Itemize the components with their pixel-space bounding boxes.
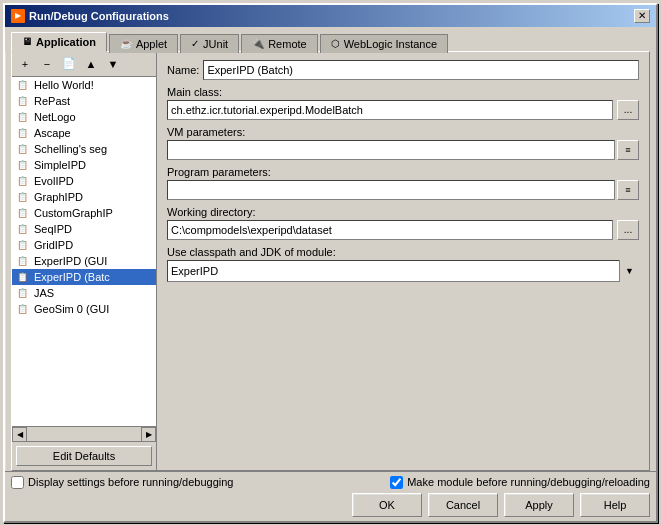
- make-module-checkbox-item: Make module before running/debugging/rel…: [390, 476, 650, 489]
- display-settings-checkbox[interactable]: [11, 476, 24, 489]
- working-dir-browse-button[interactable]: ...: [617, 220, 639, 240]
- working-dir-section: Working directory: ...: [167, 206, 639, 240]
- remove-config-button[interactable]: −: [37, 54, 57, 74]
- config-icon: 📋: [17, 208, 28, 218]
- list-item[interactable]: 📋 GeoSim 0 (GUI: [12, 301, 156, 317]
- applet-tab-icon: ☕: [120, 38, 132, 49]
- working-dir-row: ...: [167, 220, 639, 240]
- classpath-select[interactable]: ExperIPD: [167, 260, 639, 282]
- display-settings-checkbox-item: Display settings before running/debuggin…: [11, 476, 233, 489]
- program-params-browse-button[interactable]: ≡: [617, 180, 639, 200]
- tab-remote[interactable]: 🔌 Remote: [241, 34, 318, 53]
- classpath-section: Use classpath and JDK of module: ExperIP…: [167, 246, 639, 282]
- main-class-row: ...: [167, 100, 639, 120]
- program-params-row: ≡: [167, 180, 639, 200]
- config-icon: 📋: [17, 96, 28, 106]
- config-icon: 📋: [17, 192, 28, 202]
- classpath-select-wrap: ExperIPD ▼: [167, 260, 639, 282]
- main-class-input[interactable]: [167, 100, 613, 120]
- vm-params-label: VM parameters:: [167, 126, 639, 138]
- scroll-left-button[interactable]: ◀: [12, 427, 27, 442]
- config-icon: 📋: [17, 144, 28, 154]
- button-row: OK Cancel Apply Help: [11, 493, 650, 517]
- vm-params-browse-button[interactable]: ≡: [617, 140, 639, 160]
- tab-application[interactable]: 🖥 Application: [11, 32, 107, 52]
- config-icon: 📋: [17, 176, 28, 186]
- config-icon: 📋: [17, 80, 28, 90]
- junit-tab-icon: ✓: [191, 38, 199, 49]
- config-icon: 📋: [17, 112, 28, 122]
- list-item[interactable]: 📋 ExperIPD (GUI: [12, 253, 156, 269]
- sidebar-scrollbar: ◀ ▶: [12, 426, 156, 441]
- list-item[interactable]: 📋 CustomGraphIP: [12, 205, 156, 221]
- ok-button[interactable]: OK: [352, 493, 422, 517]
- cancel-button[interactable]: Cancel: [428, 493, 498, 517]
- list-item[interactable]: 📋 JAS: [12, 285, 156, 301]
- list-item-selected[interactable]: 📋 ExperIPD (Batc: [12, 269, 156, 285]
- scroll-right-button[interactable]: ▶: [141, 427, 156, 442]
- add-config-button[interactable]: +: [15, 54, 35, 74]
- window-title: Run/Debug Configurations: [29, 10, 169, 22]
- list-item[interactable]: 📋 GraphIPD: [12, 189, 156, 205]
- config-icon: 📋: [17, 224, 28, 234]
- list-item[interactable]: 📋 GridIPD: [12, 237, 156, 253]
- close-button[interactable]: ✕: [634, 9, 650, 23]
- tab-junit-label: JUnit: [203, 38, 228, 50]
- tab-applet[interactable]: ☕ Applet: [109, 34, 178, 53]
- make-module-checkbox[interactable]: [390, 476, 403, 489]
- config-icon: 📋: [17, 256, 28, 266]
- sidebar-toolbar: + − 📄 ▲ ▼: [12, 52, 156, 77]
- display-settings-label: Display settings before running/debuggin…: [28, 476, 233, 488]
- list-item[interactable]: 📋 Schelling's seg: [12, 141, 156, 157]
- tabs-bar: 🖥 Application ☕ Applet ✓ JUnit 🔌 Remote …: [5, 27, 656, 51]
- config-icon: 📋: [17, 160, 28, 170]
- program-params-input[interactable]: [167, 180, 615, 200]
- tab-junit[interactable]: ✓ JUnit: [180, 34, 239, 53]
- help-button[interactable]: Help: [580, 493, 650, 517]
- name-label: Name:: [167, 64, 199, 76]
- list-item[interactable]: 📋 SeqIPD: [12, 221, 156, 237]
- tab-weblogic[interactable]: ⬡ WebLogic Instance: [320, 34, 448, 53]
- edit-defaults-button[interactable]: Edit Defaults: [16, 446, 152, 466]
- sidebar-list: 📋 Hello World! 📋 RePast 📋 NetLogo 📋 Asca…: [12, 77, 156, 426]
- list-item[interactable]: 📋 RePast: [12, 93, 156, 109]
- vm-params-row: ≡: [167, 140, 639, 160]
- vm-params-section: VM parameters: ≡: [167, 126, 639, 160]
- config-icon: 📋: [17, 272, 28, 282]
- config-icon: 📋: [17, 304, 28, 314]
- move-down-button[interactable]: ▼: [103, 54, 123, 74]
- name-input[interactable]: [203, 60, 639, 80]
- list-item[interactable]: 📋 SimpleIPD: [12, 157, 156, 173]
- name-row: Name:: [167, 60, 639, 80]
- remote-tab-icon: 🔌: [252, 38, 264, 49]
- main-class-browse-button[interactable]: ...: [617, 100, 639, 120]
- config-icon: 📋: [17, 240, 28, 250]
- list-item[interactable]: 📋 Ascape: [12, 125, 156, 141]
- edit-defaults-area: Edit Defaults: [12, 441, 156, 470]
- program-params-section: Program parameters: ≡: [167, 166, 639, 200]
- list-item[interactable]: 📋 EvolIPD: [12, 173, 156, 189]
- list-item[interactable]: 📋 NetLogo: [12, 109, 156, 125]
- classpath-label: Use classpath and JDK of module:: [167, 246, 639, 258]
- vm-params-input[interactable]: [167, 140, 615, 160]
- move-up-button[interactable]: ▲: [81, 54, 101, 74]
- config-icon: 📋: [17, 128, 28, 138]
- tab-weblogic-label: WebLogic Instance: [344, 38, 437, 50]
- title-bar: ▶ Run/Debug Configurations ✕: [5, 5, 656, 27]
- right-panel: Name: Main class: ... VM parameters: ≡: [157, 52, 649, 470]
- make-module-label: Make module before running/debugging/rel…: [407, 476, 650, 488]
- copy-config-button[interactable]: 📄: [59, 54, 79, 74]
- name-input-wrap: [203, 60, 639, 80]
- working-dir-label: Working directory:: [167, 206, 639, 218]
- main-class-label: Main class:: [167, 86, 639, 98]
- apply-button[interactable]: Apply: [504, 493, 574, 517]
- tab-applet-label: Applet: [136, 38, 167, 50]
- tab-remote-label: Remote: [268, 38, 307, 50]
- tab-application-label: Application: [36, 36, 96, 48]
- title-bar-left: ▶ Run/Debug Configurations: [11, 9, 169, 23]
- sidebar: + − 📄 ▲ ▼ 📋 Hello World! 📋 RePast 📋 NetL…: [12, 52, 157, 470]
- checkbox-row: Display settings before running/debuggin…: [11, 476, 650, 489]
- working-dir-input[interactable]: [167, 220, 613, 240]
- main-class-section: Main class: ...: [167, 86, 639, 120]
- list-item[interactable]: 📋 Hello World!: [12, 77, 156, 93]
